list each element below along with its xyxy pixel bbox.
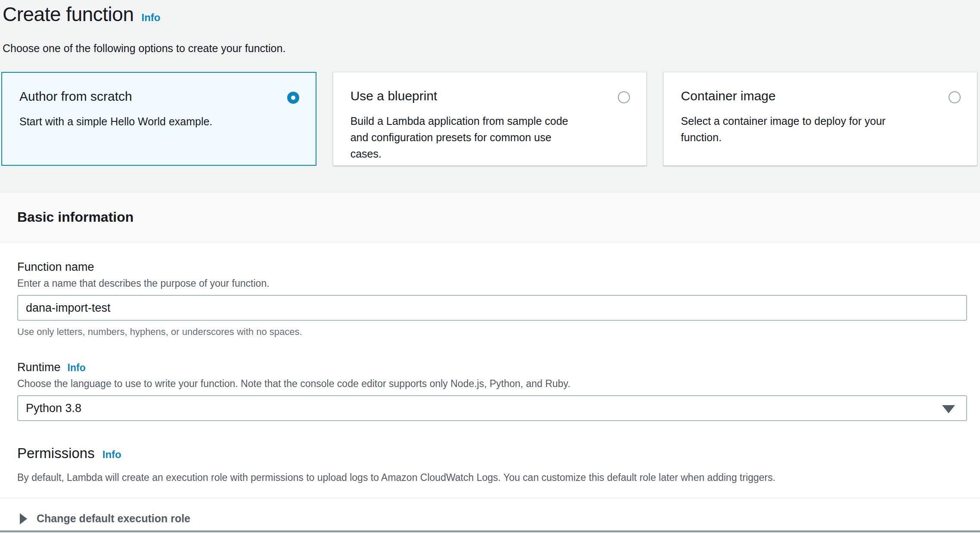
radio-unselected-icon[interactable] — [949, 91, 961, 103]
function-name-description: Enter a name that describes the purpose … — [17, 278, 967, 289]
option-card-title: Author from scratch — [19, 89, 300, 104]
permissions-section: PermissionsInfo By default, Lambda will … — [17, 445, 967, 483]
expander-label: Change default execution role — [37, 512, 190, 525]
option-card-description: Select a container image to deploy for y… — [681, 113, 961, 146]
option-card-title: Container image — [681, 89, 961, 103]
option-card-author-from-scratch[interactable]: Author from scratch Start with a simple … — [1, 72, 316, 166]
basic-information-body: Function name Enter a name that describe… — [0, 242, 980, 531]
change-execution-role-expander[interactable]: Change default execution role — [17, 499, 967, 533]
page-subtitle: Choose one of the following options to c… — [3, 42, 980, 55]
option-card-description: Build a Lambda application from sample c… — [350, 113, 631, 162]
option-card-title: Use a blueprint — [350, 89, 631, 103]
radio-selected-icon[interactable] — [287, 92, 299, 104]
function-name-input[interactable] — [17, 295, 967, 321]
runtime-info-link[interactable]: Info — [68, 362, 86, 374]
bottom-divider — [0, 530, 980, 533]
page-header: Create functionInfo Choose one of the fo… — [0, 0, 980, 55]
function-name-field: Function name Enter a name that describe… — [17, 260, 967, 338]
basic-information-header: Basic information — [0, 192, 980, 242]
runtime-selected-value: Python 3.8 — [26, 402, 81, 415]
creation-options-row: Author from scratch Start with a simple … — [1, 72, 977, 166]
runtime-description: Choose the language to use to write your… — [17, 378, 967, 390]
permissions-heading: Permissions — [17, 445, 95, 461]
option-card-use-a-blueprint[interactable]: Use a blueprint Build a Lambda applicati… — [333, 72, 647, 166]
basic-information-heading: Basic information — [17, 209, 133, 225]
function-name-constraint: Use only letters, numbers, hyphens, or u… — [17, 326, 967, 338]
page-title-info-link[interactable]: Info — [141, 12, 160, 23]
function-name-label: Function name — [17, 260, 967, 274]
option-card-description: Start with a simple Hello World example. — [19, 113, 300, 130]
runtime-field: Runtime Info Choose the language to use … — [17, 361, 967, 421]
runtime-label: Runtime — [17, 361, 61, 374]
permissions-description: By default, Lambda will create an execut… — [17, 472, 967, 483]
runtime-select[interactable]: Python 3.8 — [17, 395, 967, 421]
dropdown-caret-icon — [942, 405, 955, 413]
page-title: Create function — [3, 3, 133, 25]
permissions-info-link[interactable]: Info — [102, 449, 121, 460]
expander-caret-icon — [20, 513, 27, 524]
option-card-container-image[interactable]: Container image Select a container image… — [663, 72, 977, 166]
